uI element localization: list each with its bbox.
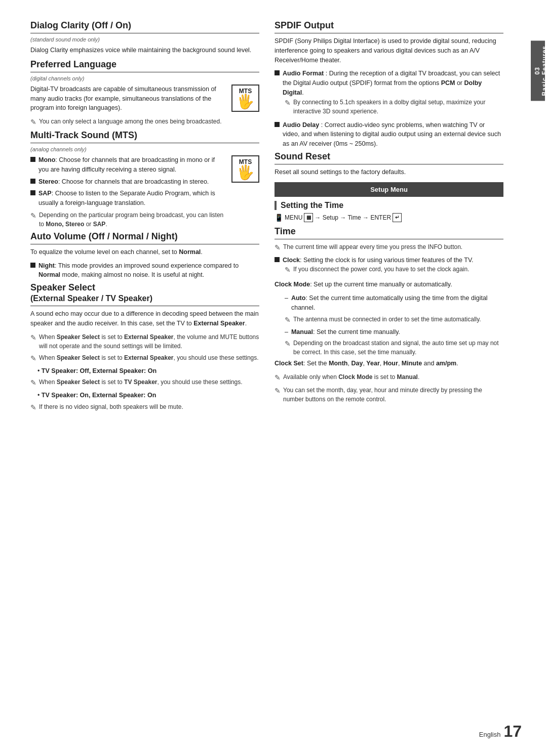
auto-note: ✎ The antenna must be connected in order… [285, 315, 503, 325]
bullet-mono: Mono: Choose for channels that are broad… [30, 155, 226, 175]
note-icon: ✎ [275, 372, 281, 383]
bullet-stereo: Stereo: Choose for channels that are bro… [30, 177, 226, 187]
left-column: Dialog Clarity (Off / On) (standard soun… [30, 20, 259, 731]
setup-menu-box: Setup Menu [275, 182, 503, 197]
enter-icon-box: ↵ [393, 213, 402, 222]
section-preferred-language: Preferred Language (digital channels onl… [30, 59, 259, 130]
bullet-sap: SAP: Choose to listen to the Separate Au… [30, 189, 226, 208]
multi-track-content: Mono: Choose for channels that are broad… [30, 155, 259, 231]
note-icon: ✎ [285, 315, 291, 325]
section-speaker-select: Speaker Select(External Speaker / TV Spe… [30, 282, 259, 413]
section-sound-reset: Sound Reset Reset all sound settings to … [275, 151, 503, 177]
multi-track-bullets: Mono: Choose for channels that are broad… [30, 155, 226, 208]
bullet-icon [275, 70, 280, 75]
chapter-label: 03 Basic Features [531, 40, 545, 101]
right-column: SPDIF Output SPDIF (Sony Philips Digital… [275, 20, 503, 731]
spdif-bullets: Audio Format : During the reception of a… [275, 69, 503, 149]
speaker-note-2: ✎ When Speaker Select is set to External… [30, 353, 259, 364]
sound-reset-title: Sound Reset [275, 151, 503, 164]
preferred-language-content: Digital-TV broadcasts are capable of sim… [30, 85, 259, 130]
note-icon: ✎ [30, 377, 36, 388]
note-icon: ✎ [285, 339, 291, 349]
mts-icon-preferred: MTS 🖐 [231, 85, 259, 112]
sound-reset-body: Reset all sound settings to the factory … [275, 167, 503, 177]
section-dialog-clarity: Dialog Clarity (Off / On) (standard soun… [30, 20, 259, 55]
time-note-1: ✎ The current time will appear every tim… [275, 242, 503, 253]
bullet-audio-delay: Audio Delay : Correct audio-video sync p… [275, 120, 503, 149]
clock-set-note-2: ✎ You can set the month, day, year, hour… [275, 386, 503, 404]
main-content: Dialog Clarity (Off / On) (standard soun… [0, 0, 529, 756]
chapter-title: Basic Features [541, 46, 547, 96]
preferred-language-text: Digital-TV broadcasts are capable of sim… [30, 85, 226, 130]
dash-icon: – [285, 293, 288, 303]
multi-track-note: ✎ Depending on the particular program be… [30, 211, 226, 229]
speaker-sub-bullet-1: TV Speaker: Off, External Speaker: On [37, 366, 259, 376]
clock-row: Clock: Setting the clock is for using va… [275, 256, 474, 265]
multi-track-subtitle: (analog channels only) [30, 146, 259, 152]
bullet-icon [275, 122, 280, 127]
bullet-night: Night: This mode provides an improved so… [30, 261, 259, 280]
chapter-number: 03 [534, 67, 541, 74]
speaker-note-4: ✎ If there is no video signal, both spea… [30, 402, 259, 413]
footer-page-number: 17 [503, 722, 522, 741]
auto-volume-body: To equalize the volume level on each cha… [30, 247, 259, 257]
mts-icon-multi: MTS 🖐 [231, 155, 259, 183]
page-container: 03 Basic Features Dialog Clarity (Off / … [0, 0, 547, 756]
bullet-icon [30, 179, 35, 184]
multi-track-title: Multi-Track Sound (MTS) [30, 130, 259, 143]
audio-format-note: ✎ By connecting to 5.1ch speakers in a d… [285, 98, 503, 116]
note-icon: ✎ [30, 353, 36, 364]
note-icon: ✎ [285, 98, 291, 108]
time-bullets: Clock: Setting the clock is for using va… [275, 256, 503, 278]
mts-hand-icon-2: 🖐 [237, 165, 254, 180]
bullet-clock: Clock: Setting the clock is for using va… [275, 256, 503, 278]
menu-path-text: MENU [285, 214, 302, 221]
mts-hand-icon: 🖐 [237, 95, 254, 109]
page-footer: English 17 [479, 722, 522, 741]
clock-set-note-1: ✎ Available only when Clock Mode is set … [275, 372, 503, 383]
side-tab: 03 Basic Features [529, 0, 547, 756]
menu-path: 📱 MENU ▦ → Setup → Time → ENTER ↵ [275, 213, 503, 222]
setting-section-border: Setting the Time [275, 201, 503, 210]
dialog-clarity-subtitle: (standard sound mode only) [30, 36, 259, 43]
spdif-title: SPDIF Output [275, 20, 503, 33]
section-auto-volume: Auto Volume (Off / Normal / Night) To eq… [30, 231, 259, 280]
auto-volume-bullets: Night: This mode provides an improved so… [30, 261, 259, 280]
spdif-body: SPDIF (Sony Philips Digital Interface) i… [275, 36, 503, 65]
speaker-select-body: A sound echo may occur due to a differen… [30, 309, 259, 328]
note-icon: ✎ [285, 265, 291, 275]
speaker-note-3: ✎ When Speaker Select is set to TV Speak… [30, 377, 259, 388]
preferred-language-subtitle: (digital channels only) [30, 75, 259, 81]
section-time: Time ✎ The current time will appear ever… [275, 226, 503, 404]
speaker-sub-bullet-2: TV Speaker: On, External Speaker: On [37, 391, 259, 400]
section-setting-time: Setting the Time 📱 MENU ▦ → Setup → Time… [275, 201, 503, 222]
preferred-language-note: ✎ You can only select a language among t… [30, 117, 226, 128]
dialog-clarity-title: Dialog Clarity (Off / On) [30, 20, 259, 33]
footer-language: English [479, 731, 501, 738]
speaker-select-title: Speaker Select(External Speaker / TV Spe… [30, 282, 259, 306]
preferred-language-body: Digital-TV broadcasts are capable of sim… [30, 85, 226, 113]
menu-icon-box: ▦ [304, 213, 313, 222]
auto-volume-title: Auto Volume (Off / Normal / Night) [30, 231, 259, 244]
audio-format-row: Audio Format : During the reception of a… [275, 69, 503, 97]
note-icon: ✎ [30, 402, 36, 413]
multi-track-text: Mono: Choose for channels that are broad… [30, 155, 226, 231]
manual-note: ✎ Depending on the broadcast station and… [285, 339, 503, 357]
bullet-icon [275, 257, 280, 262]
section-multi-track: Multi-Track Sound (MTS) (analog channels… [30, 130, 259, 231]
clock-note: ✎ If you disconnect the power cord, you … [285, 265, 470, 275]
dash-icon: – [285, 327, 288, 337]
dialog-clarity-body: Dialog Clarity emphasizes voice while ma… [30, 46, 259, 55]
bullet-audio-format: Audio Format : During the reception of a… [275, 69, 503, 117]
bullet-icon [30, 190, 35, 195]
menu-arrow-1: → Setup → Time → ENTER [315, 214, 391, 221]
clock-set-text: Clock Set: Set the Month, Day, Year, Hou… [275, 359, 503, 368]
remote-icon: 📱 [275, 214, 283, 222]
bullet-icon [30, 157, 35, 162]
manual-item: – Manual: Set the current time manually. [285, 327, 503, 337]
setting-time-title: Setting the Time [281, 201, 503, 210]
note-icon: ✎ [30, 211, 36, 221]
preferred-language-title: Preferred Language [30, 59, 259, 72]
note-icon: ✎ [275, 242, 281, 253]
time-title: Time [275, 226, 503, 239]
